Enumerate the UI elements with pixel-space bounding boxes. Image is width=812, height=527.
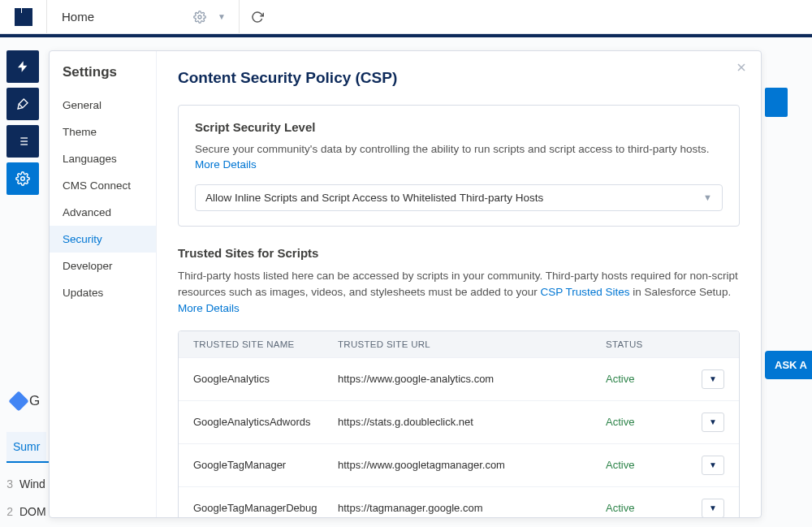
trusted-sites-desc: Third-party hosts listed here can be acc… [178, 268, 740, 317]
table-row: GoogleTagManagerDebug https://tagmanager… [179, 486, 739, 517]
row-url: https://tagmanager.google.com [338, 502, 606, 514]
left-rail [6, 50, 39, 195]
row-action-button[interactable]: ▼ [702, 369, 724, 389]
gtm-heading-partial: G [11, 393, 40, 409]
header-divider [0, 34, 812, 37]
bg-tab-summary: Sumr [6, 432, 46, 461]
header-status: STATUS [606, 339, 695, 349]
app-launcher-icon[interactable] [0, 0, 47, 34]
svg-point-0 [198, 15, 201, 19]
more-details-link[interactable]: More Details [195, 158, 257, 171]
table-row: GoogleAnalytics https://www.google-analy… [179, 357, 739, 400]
security-level-select[interactable]: Allow Inline Scripts and Script Access t… [195, 184, 723, 211]
row-name: GoogleTagManager [193, 459, 338, 471]
rail-brush-icon[interactable] [6, 88, 39, 120]
row-url: https://stats.g.doubleclick.net [338, 416, 606, 428]
bg-row-2: 2 DOM [3, 505, 46, 518]
table-row: GoogleAnalyticsAdwords https://stats.g.d… [179, 400, 739, 443]
rail-gear-icon[interactable] [6, 162, 39, 195]
bg-button [765, 88, 788, 117]
more-details-link-2[interactable]: More Details [178, 302, 240, 314]
settings-title: Settings [50, 64, 156, 92]
table-row: GoogleTagManager https://www.googletagma… [179, 443, 739, 486]
row-name: GoogleAnalytics [193, 373, 338, 385]
row-action-button[interactable]: ▼ [702, 413, 724, 432]
chevron-down-icon[interactable]: ▼ [218, 12, 226, 21]
page-title: Content Security Policy (CSP) [178, 69, 740, 87]
home-tab-label: Home [62, 10, 94, 24]
row-status: Active [606, 502, 695, 514]
nav-security[interactable]: Security [50, 226, 156, 253]
nav-updates[interactable]: Updates [50, 279, 156, 306]
nav-cms-connect[interactable]: CMS Connect [50, 172, 156, 199]
nav-developer[interactable]: Developer [50, 253, 156, 279]
bg-row-1: 3 Wind [3, 477, 45, 490]
row-name: GoogleTagManagerDebug [193, 502, 338, 514]
row-status: Active [606, 459, 695, 471]
settings-main: Content Security Policy (CSP) Script Sec… [157, 51, 761, 517]
close-button[interactable] [735, 61, 748, 74]
row-status: Active [606, 373, 695, 385]
gtm-icon [8, 391, 28, 411]
row-action-button[interactable]: ▼ [702, 456, 724, 475]
row-name: GoogleAnalyticsAdwords [193, 416, 338, 428]
rail-list-icon[interactable] [6, 125, 39, 158]
home-tab[interactable]: Home ▼ [47, 0, 240, 34]
row-status: Active [606, 416, 695, 428]
rail-bolt-icon[interactable] [6, 50, 39, 83]
script-security-title: Script Security Level [195, 120, 723, 134]
row-url: https://www.google-analytics.com [338, 373, 606, 385]
gear-icon[interactable] [193, 11, 206, 24]
refresh-button[interactable] [240, 11, 275, 24]
ask-button-partial: ASK A [765, 351, 812, 379]
header-name: TRUSTED SITE NAME [193, 339, 338, 349]
csp-trusted-sites-link[interactable]: CSP Trusted Sites [541, 286, 630, 298]
row-url: https://www.googletagmanager.com [338, 459, 606, 471]
settings-modal: Settings General Theme Languages CMS Con… [49, 50, 762, 518]
header-url: TRUSTED SITE URL [338, 339, 606, 349]
nav-advanced[interactable]: Advanced [50, 199, 156, 226]
script-security-card: Script Security Level Secure your commun… [178, 105, 740, 227]
table-header: TRUSTED SITE NAME TRUSTED SITE URL STATU… [179, 331, 739, 357]
settings-sidebar: Settings General Theme Languages CMS Con… [50, 51, 157, 517]
nav-languages[interactable]: Languages [50, 145, 156, 172]
topbar: Home ▼ [0, 0, 812, 34]
row-action-button[interactable]: ▼ [702, 499, 724, 517]
chevron-down-icon: ▼ [703, 192, 712, 202]
trusted-sites-table: TRUSTED SITE NAME TRUSTED SITE URL STATU… [178, 330, 740, 517]
nav-general[interactable]: General [50, 92, 156, 119]
trusted-sites-title: Trusted Sites for Scripts [178, 246, 740, 260]
nav-theme[interactable]: Theme [50, 119, 156, 145]
security-level-value: Allow Inline Scripts and Script Access t… [205, 192, 543, 204]
script-security-desc: Secure your community's data by controll… [195, 142, 723, 173]
svg-point-7 [21, 177, 25, 181]
